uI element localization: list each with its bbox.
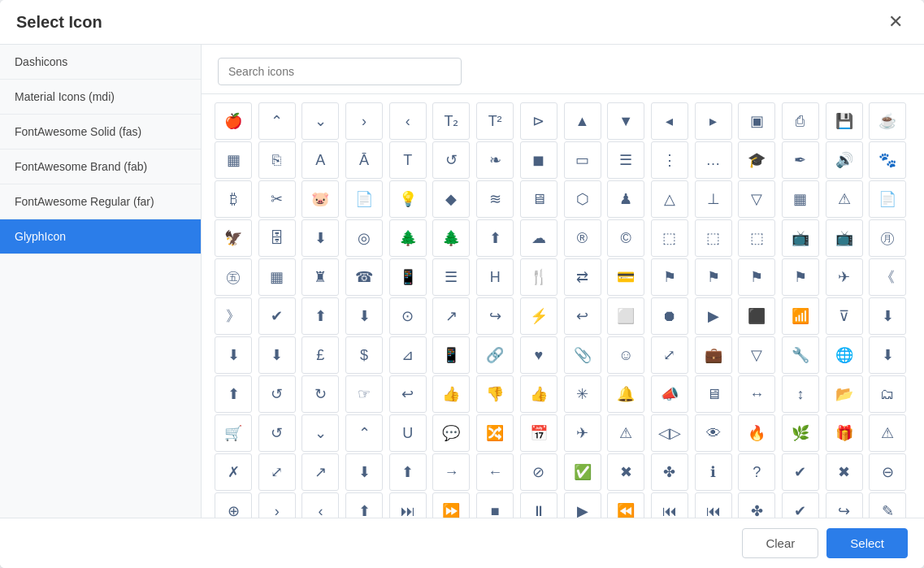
sidebar-item-1[interactable]: Material Icons (mdi) [0,80,201,115]
icon-cell[interactable]: ⚑ [782,258,819,296]
icon-cell[interactable]: ◎ [345,219,383,257]
icon-cell[interactable]: ◂ [651,102,688,140]
sidebar-item-4[interactable]: FontAwesome Regular (far) [0,184,201,219]
sidebar-item-3[interactable]: FontAwesome Brand (fab) [0,150,201,184]
icon-cell[interactable]: ⏮ [651,492,688,518]
icon-cell[interactable]: ㊊ [869,219,906,257]
icon-cell[interactable]: 🔔 [607,375,644,413]
icon-cell[interactable]: 👍 [520,375,557,413]
icon-cell[interactable]: ⬚ [738,219,775,257]
icon-cell[interactable]: 🍴 [520,258,557,296]
icon-cell[interactable]: ✳ [564,375,601,413]
icon-cell[interactable]: ↩ [564,297,601,335]
icon-cell[interactable]: 🐾 [869,141,906,179]
icon-cell[interactable]: 📄 [345,180,383,218]
icon-cell[interactable]: ✂ [258,180,296,218]
icon-cell[interactable]: ⏩ [432,492,470,518]
icon-cell[interactable]: ⬡ [564,180,601,218]
icon-cell[interactable]: ✗ [215,453,252,491]
icon-cell[interactable]: ⬆ [215,375,252,413]
icon-cell[interactable]: ⊘ [520,453,557,491]
icon-cell[interactable]: ⏪ [607,492,644,518]
icon-cell[interactable]: H [476,258,514,296]
icon-cell[interactable]: ◼ [520,141,557,179]
icon-cell[interactable]: ⬇ [345,297,383,335]
sidebar-item-2[interactable]: FontAwesome Solid (fas) [0,115,201,150]
icon-cell[interactable]: ⬇ [258,336,296,374]
icon-cell[interactable]: 🔀 [476,414,514,452]
icon-cell[interactable]: 》 [215,297,252,335]
icon-cell[interactable]: U [389,414,427,452]
icon-cell[interactable]: ✖ [826,453,863,491]
icon-cell[interactable]: 📅 [520,414,557,452]
icon-cell[interactable]: ♥ [520,336,557,374]
icon-cell[interactable]: 💾 [826,102,863,140]
icon-cell[interactable]: ⊕ [215,492,252,518]
icon-cell[interactable]: ⚡ [520,297,557,335]
icon-cell[interactable]: 🌐 [826,336,863,374]
icon-cell[interactable]: ✅ [564,453,601,491]
icon-cell[interactable]: ㊄ [215,258,252,296]
icon-cell[interactable]: 📺 [826,219,863,257]
icon-cell[interactable]: ◁▷ [651,414,688,452]
icon-cell[interactable]: ☕ [869,102,906,140]
icon-cell[interactable]: ⏮ [695,492,732,518]
icon-cell[interactable]: 📣 [651,375,688,413]
icon-cell[interactable]: ⏸ [520,492,557,518]
icon-cell[interactable]: ↗ [432,297,470,335]
icon-cell[interactable]: 🔗 [476,336,514,374]
icon-cell[interactable]: ⬆ [301,297,339,335]
icon-cell[interactable]: ⏭ [389,492,427,518]
icon-cell[interactable]: ☰ [432,258,470,296]
icon-cell[interactable]: ← [476,453,514,491]
icon-cell[interactable]: ▲ [564,102,601,140]
icon-cell[interactable]: ✤ [738,492,775,518]
icon-cell[interactable]: ↺ [258,375,296,413]
icon-cell[interactable]: ⬜ [607,297,644,335]
icon-cell[interactable]: ✔ [782,492,819,518]
icon-cell[interactable]: 📱 [432,336,470,374]
clear-button[interactable]: Clear [742,528,818,558]
icon-cell[interactable]: ▦ [258,258,296,296]
icon-cell[interactable]: © [607,219,644,257]
icon-cell[interactable]: ❧ [476,141,514,179]
icon-cell[interactable]: ✔ [782,453,819,491]
icon-cell[interactable]: ⊙ [389,297,427,335]
icon-cell[interactable]: 👍 [432,375,470,413]
icon-cell[interactable]: 🖥 [695,375,732,413]
icon-cell[interactable]: ⬛ [738,297,775,335]
icon-cell[interactable]: ↗ [301,453,339,491]
icon-cell[interactable]: 🌲 [432,219,470,257]
icon-cell[interactable]: ‹ [301,492,339,518]
search-input[interactable] [218,58,462,85]
sidebar-item-0[interactable]: Dashicons [0,45,201,80]
icon-cell[interactable]: ⌃ [258,102,296,140]
icon-cell[interactable]: ✒ [782,141,819,179]
icon-cell[interactable]: ▽ [738,336,775,374]
icon-cell[interactable]: ✔ [258,297,296,335]
icon-cell[interactable]: ↻ [301,375,339,413]
icon-cell[interactable]: ▶ [564,492,601,518]
icons-grid-wrapper[interactable]: 🍎⌃⌄›‹T₂T²⊳▲▼◂▸▣⎙💾☕▦⎘AĀT↺❧◼▭☰⋮…🎓✒🔊🐾₿✂🐷📄💡◆… [202,94,924,518]
icon-cell[interactable]: ⊥ [695,180,732,218]
icon-cell[interactable]: ⬇ [301,219,339,257]
icon-cell[interactable]: ✖ [607,453,644,491]
icon-cell[interactable]: ▦ [215,141,252,179]
icon-cell[interactable]: 🐷 [301,180,339,218]
icon-cell[interactable]: … [695,141,732,179]
icon-cell[interactable]: 🎁 [826,414,863,452]
icon-cell[interactable]: ☞ [345,375,383,413]
icon-cell[interactable]: 🍎 [215,102,252,140]
icon-cell[interactable]: 🔊 [826,141,863,179]
icon-cell[interactable]: ↺ [258,414,296,452]
icon-cell[interactable]: ⎘ [258,141,296,179]
icon-cell[interactable]: T² [476,102,514,140]
icon-cell[interactable]: ↺ [432,141,470,179]
icon-cell[interactable]: $ [345,336,383,374]
select-button[interactable]: Select [826,528,908,558]
icon-cell[interactable]: ✎ [869,492,906,518]
icon-cell[interactable]: ☎ [345,258,383,296]
icon-cell[interactable]: ↕ [782,375,819,413]
icon-cell[interactable]: 🗂 [869,375,906,413]
icon-cell[interactable]: 💬 [432,414,470,452]
